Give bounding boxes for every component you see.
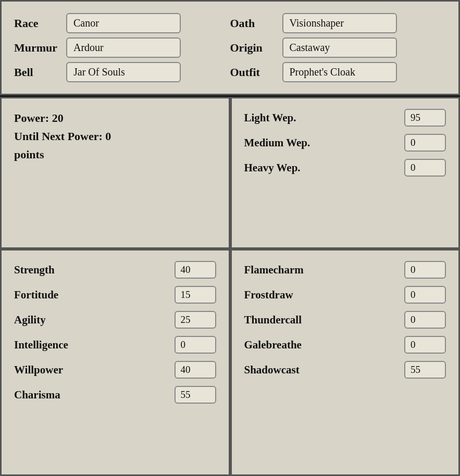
oath-label: Oath bbox=[230, 17, 277, 30]
race-value[interactable]: Canor bbox=[66, 13, 181, 33]
heavy-wep-value[interactable]: 0 bbox=[404, 159, 446, 177]
bell-label: Bell bbox=[14, 66, 61, 79]
murmur-row: Murmur Ardour bbox=[14, 35, 230, 60]
race-label: Race bbox=[14, 17, 61, 30]
intelligence-label: Intelligence bbox=[14, 339, 68, 352]
intelligence-value[interactable]: 0 bbox=[175, 336, 216, 354]
flamecharm-label: Flamecharm bbox=[244, 264, 304, 277]
frostdraw-value[interactable]: 0 bbox=[404, 286, 446, 304]
shadowcast-row: Shadowcast 55 bbox=[244, 361, 446, 379]
willpower-value[interactable]: 40 bbox=[175, 361, 216, 379]
outfit-label: Outfit bbox=[230, 66, 277, 79]
origin-row: Origin Castaway bbox=[230, 35, 446, 60]
charisma-row: Charisma 55 bbox=[14, 386, 216, 404]
strength-label: Strength bbox=[14, 264, 55, 277]
intelligence-row: Intelligence 0 bbox=[14, 336, 216, 354]
agility-value[interactable]: 25 bbox=[175, 311, 216, 329]
heavy-wep-row: Heavy Wep. 0 bbox=[244, 159, 446, 177]
heavy-wep-label: Heavy Wep. bbox=[244, 161, 301, 174]
stats-panel: Strength 40 Fortitude 15 Agility 25 Inte… bbox=[0, 249, 230, 476]
fortitude-row: Fortitude 15 bbox=[14, 286, 216, 304]
galebreathe-value[interactable]: 0 bbox=[404, 336, 446, 354]
medium-wep-value[interactable]: 0 bbox=[404, 134, 446, 152]
charisma-label: Charisma bbox=[14, 389, 60, 402]
right-fields: Oath Visionshaper Origin Castaway Outfit… bbox=[230, 11, 446, 84]
medium-wep-label: Medium Wep. bbox=[244, 136, 310, 149]
thundercall-value[interactable]: 0 bbox=[404, 311, 446, 329]
light-wep-value[interactable]: 95 bbox=[404, 109, 446, 127]
fortitude-label: Fortitude bbox=[14, 289, 58, 302]
outfit-value[interactable]: Prophet's Cloak bbox=[282, 62, 397, 82]
flamecharm-value[interactable]: 0 bbox=[404, 261, 446, 279]
weapons-panel: Light Wep. 95 Medium Wep. 0 Heavy Wep. 0 bbox=[230, 97, 461, 249]
shadowcast-value[interactable]: 55 bbox=[404, 361, 446, 379]
charisma-value[interactable]: 55 bbox=[175, 386, 216, 404]
power-line1: Power: 20 bbox=[14, 109, 216, 127]
power-line2: Until Next Power: 0 points bbox=[14, 127, 216, 164]
light-wep-row: Light Wep. 95 bbox=[244, 109, 446, 127]
medium-wep-row: Medium Wep. 0 bbox=[244, 134, 446, 152]
frostdraw-row: Frostdraw 0 bbox=[244, 286, 446, 304]
strength-row: Strength 40 bbox=[14, 261, 216, 279]
outfit-row: Outfit Prophet's Cloak bbox=[230, 60, 446, 84]
flamecharm-row: Flamecharm 0 bbox=[244, 261, 446, 279]
bell-row: Bell Jar Of Souls bbox=[14, 60, 230, 84]
left-fields: Race Canor Murmur Ardour Bell Jar Of Sou… bbox=[14, 11, 230, 84]
thundercall-label: Thundercall bbox=[244, 314, 302, 327]
murmur-value[interactable]: Ardour bbox=[66, 37, 181, 58]
willpower-label: Willpower bbox=[14, 364, 63, 377]
light-wep-label: Light Wep. bbox=[244, 111, 296, 124]
power-panel: Power: 20 Until Next Power: 0 points bbox=[0, 97, 230, 249]
galebreathe-label: Galebreathe bbox=[244, 339, 302, 352]
oath-value[interactable]: Visionshaper bbox=[282, 13, 397, 33]
willpower-row: Willpower 40 bbox=[14, 361, 216, 379]
oath-row: Oath Visionshaper bbox=[230, 11, 446, 35]
bottom-grid: Power: 20 Until Next Power: 0 points Lig… bbox=[0, 97, 460, 476]
origin-label: Origin bbox=[230, 41, 277, 55]
galebreathe-row: Galebreathe 0 bbox=[244, 336, 446, 354]
top-section: Race Canor Murmur Ardour Bell Jar Of Sou… bbox=[0, 0, 460, 95]
race-row: Race Canor bbox=[14, 11, 230, 35]
origin-value[interactable]: Castaway bbox=[282, 37, 397, 58]
agility-label: Agility bbox=[14, 314, 46, 327]
murmur-label: Murmur bbox=[14, 41, 61, 55]
bell-value[interactable]: Jar Of Souls bbox=[66, 62, 181, 82]
agility-row: Agility 25 bbox=[14, 311, 216, 329]
fortitude-value[interactable]: 15 bbox=[175, 286, 216, 304]
strength-value[interactable]: 40 bbox=[175, 261, 216, 279]
shadowcast-label: Shadowcast bbox=[244, 364, 300, 377]
thundercall-row: Thundercall 0 bbox=[244, 311, 446, 329]
magic-panel: Flamecharm 0 Frostdraw 0 Thundercall 0 G… bbox=[230, 249, 461, 476]
frostdraw-label: Frostdraw bbox=[244, 289, 293, 302]
